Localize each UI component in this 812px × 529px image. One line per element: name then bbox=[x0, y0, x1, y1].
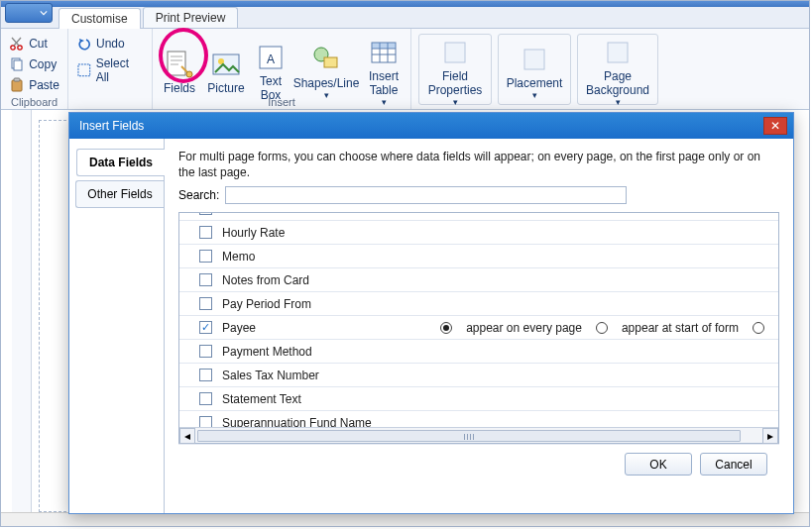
fields-icon bbox=[164, 49, 195, 80]
field-name: Pay Period From bbox=[222, 297, 770, 311]
checkbox[interactable] bbox=[199, 250, 212, 263]
list-item[interactable]: Payment Method bbox=[179, 340, 778, 364]
list-item[interactable]: Superannuation Fund Name bbox=[179, 411, 778, 427]
list-item[interactable]: Pay Period From bbox=[179, 292, 778, 316]
tab-customise[interactable]: Customise bbox=[58, 8, 141, 29]
svg-rect-3 bbox=[14, 60, 22, 70]
table-icon bbox=[368, 37, 400, 68]
checkbox[interactable] bbox=[199, 369, 212, 381]
fields-button[interactable]: Fields bbox=[157, 36, 202, 103]
paste-button[interactable]: Paste bbox=[7, 76, 61, 94]
checkbox[interactable] bbox=[199, 416, 212, 427]
chevron-down-icon: ▾ bbox=[616, 97, 621, 107]
insert-fields-dialog: Insert Fields ✕ Data Fields Other Fields… bbox=[68, 112, 794, 514]
svg-point-8 bbox=[186, 71, 192, 77]
horizontal-scrollbar[interactable] bbox=[1, 512, 809, 526]
checkbox[interactable] bbox=[199, 226, 212, 239]
list-item[interactable]: Hourly Rate bbox=[179, 221, 778, 245]
list-item[interactable]: Sales Tax Number bbox=[179, 364, 778, 387]
field-name: Notes from Card bbox=[222, 273, 770, 287]
scroll-track[interactable] bbox=[195, 429, 762, 443]
checkbox[interactable] bbox=[199, 321, 212, 334]
checkbox[interactable] bbox=[199, 297, 212, 310]
fields-label: Fields bbox=[164, 82, 195, 95]
placement-icon bbox=[519, 44, 550, 75]
scroll-right-button[interactable]: ▸ bbox=[762, 428, 778, 444]
scroll-left-button[interactable]: ◂ bbox=[179, 428, 195, 444]
copy-label: Copy bbox=[29, 57, 57, 71]
field-properties-label: Field Properties bbox=[428, 70, 483, 96]
picture-button[interactable]: Picture bbox=[202, 36, 250, 103]
ribbon: Cut Copy Paste Clipboard bbox=[1, 29, 809, 110]
search-label: Search: bbox=[178, 188, 219, 202]
checkbox[interactable] bbox=[199, 345, 212, 358]
checkbox[interactable] bbox=[199, 392, 212, 405]
list-item[interactable]: Memo bbox=[179, 245, 778, 268]
search-input[interactable] bbox=[225, 186, 627, 204]
svg-rect-18 bbox=[524, 50, 544, 69]
field-name: Superannuation Fund Name bbox=[222, 416, 770, 428]
placement-label: Placement bbox=[507, 77, 563, 90]
svg-rect-7 bbox=[168, 52, 185, 75]
field-properties-button[interactable]: Field Properties ▾ bbox=[418, 34, 492, 105]
insert-table-button[interactable]: Insert Table ▾ bbox=[361, 36, 406, 103]
side-tabs: Data Fields Other Fields bbox=[69, 139, 164, 513]
insert-group-label: Insert bbox=[153, 96, 410, 108]
scroll-thumb[interactable] bbox=[197, 430, 741, 442]
fields-list-scroll[interactable]: Hourly RateMemoNotes from CardPay Period… bbox=[179, 213, 778, 427]
field-name: Memo bbox=[222, 250, 770, 264]
copy-icon bbox=[9, 56, 25, 72]
undo-button[interactable]: Undo bbox=[74, 35, 146, 53]
dialog-titlebar[interactable]: Insert Fields ✕ bbox=[69, 113, 793, 139]
select-all-label: Select All bbox=[96, 56, 144, 84]
undo-label: Undo bbox=[96, 37, 125, 51]
dialog-footer: OK Cancel bbox=[178, 444, 779, 485]
radio-start-of-form[interactable] bbox=[596, 322, 608, 334]
list-item[interactable]: Notes from Card bbox=[179, 268, 778, 292]
field-name: Hourly Rate bbox=[222, 226, 770, 240]
field-name: Payment Method bbox=[222, 345, 770, 359]
placement-button[interactable]: Placement ▾ bbox=[498, 34, 571, 105]
list-item[interactable]: Statement Text bbox=[179, 387, 778, 411]
select-all-icon bbox=[76, 62, 92, 78]
paste-label: Paste bbox=[29, 78, 59, 92]
checkbox[interactable] bbox=[199, 213, 212, 215]
radio-start-of-form-label: appear at start of form bbox=[622, 321, 739, 335]
copy-button[interactable]: Copy bbox=[7, 55, 61, 73]
cut-button[interactable]: Cut bbox=[7, 35, 61, 53]
list-item[interactable]: Payeeappear on every pageappear at start… bbox=[179, 316, 778, 340]
svg-point-0 bbox=[11, 46, 15, 50]
scissors-icon bbox=[9, 36, 25, 52]
radio-every-page[interactable] bbox=[440, 322, 452, 334]
shapes-icon bbox=[310, 44, 342, 75]
checkbox[interactable] bbox=[199, 273, 212, 286]
close-button[interactable]: ✕ bbox=[763, 117, 787, 135]
shapes-line-button[interactable]: Shapes/Line ▾ bbox=[291, 36, 361, 103]
cut-label: Cut bbox=[29, 37, 48, 51]
select-all-button[interactable]: Select All bbox=[74, 55, 146, 85]
ok-button[interactable]: OK bbox=[625, 453, 692, 476]
radio-trailing[interactable] bbox=[753, 322, 764, 334]
tab-print-preview[interactable]: Print Preview bbox=[143, 7, 239, 28]
dialog-title: Insert Fields bbox=[79, 119, 144, 133]
list-horizontal-scrollbar[interactable]: ◂ ▸ bbox=[179, 427, 778, 443]
svg-text:A: A bbox=[267, 53, 275, 66]
page-background-icon bbox=[602, 37, 634, 68]
tab-other-fields[interactable]: Other Fields bbox=[75, 180, 164, 208]
group-edit: Undo Select All bbox=[68, 29, 152, 109]
text-box-button[interactable]: A Text Box bbox=[250, 36, 291, 103]
tab-data-fields[interactable]: Data Fields bbox=[76, 149, 165, 176]
dialog-main-pane: For multi page forms, you can choose whe… bbox=[164, 139, 793, 513]
group-clipboard: Cut Copy Paste Clipboard bbox=[1, 29, 68, 109]
svg-rect-5 bbox=[14, 78, 20, 81]
vertical-ruler bbox=[12, 110, 32, 526]
menu-dropdown-button[interactable] bbox=[5, 3, 53, 23]
paste-icon bbox=[9, 77, 25, 93]
scroll-grip-icon bbox=[464, 434, 474, 440]
chevron-down-icon: ▾ bbox=[532, 90, 537, 100]
list-item[interactable] bbox=[179, 213, 778, 221]
field-properties-icon bbox=[439, 37, 471, 68]
cancel-button[interactable]: Cancel bbox=[700, 453, 767, 476]
page-background-button[interactable]: Page Background ▾ bbox=[577, 34, 658, 105]
field-name: Payee bbox=[222, 321, 430, 335]
